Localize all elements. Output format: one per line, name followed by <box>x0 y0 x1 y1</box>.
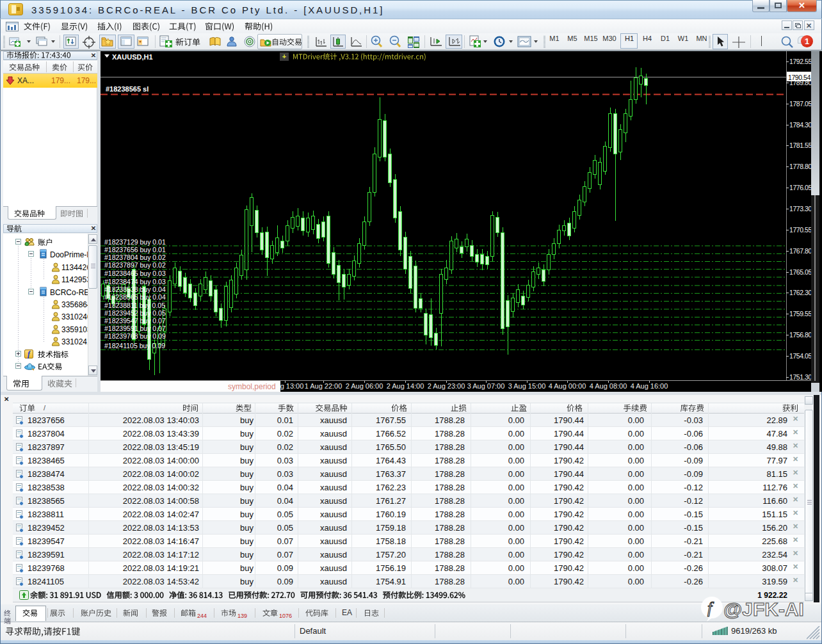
svg-text:#18238811 buy 0.05: #18238811 buy 0.05 <box>104 302 165 309</box>
svg-text:#18237804 buy 0.02: #18237804 buy 0.02 <box>104 254 166 261</box>
svg-text:#18237129 buy 0.01: #18237129 buy 0.01 <box>104 238 166 246</box>
svg-text:#18237656 buy 0.01: #18237656 buy 0.01 <box>104 246 166 254</box>
svg-text:#18239547 buy 0.07: #18239547 buy 0.07 <box>104 317 166 325</box>
svg-text:#18239452 buy 0.05: #18239452 buy 0.05 <box>104 309 166 317</box>
svg-text:@JFK-AI: @JFK-AI <box>723 599 804 620</box>
svg-text:#18239768 buy 0.09: #18239768 buy 0.09 <box>104 332 166 340</box>
svg-text:#18238565 buy 0.04: #18238565 buy 0.04 <box>104 293 166 301</box>
svg-text:#18238565 sl: #18238565 sl <box>106 85 149 93</box>
svg-text:#18241105 buy 0.09: #18241105 buy 0.09 <box>104 342 165 350</box>
svg-text:#18238465 buy 0.03: #18238465 buy 0.03 <box>104 270 166 277</box>
svg-text:#18237897 buy 0.02: #18237897 buy 0.02 <box>104 261 166 269</box>
svg-text:#18239591 buy 0.07: #18239591 buy 0.07 <box>104 325 166 332</box>
svg-text:#18238538 buy 0.04: #18238538 buy 0.04 <box>104 286 166 293</box>
svg-text:#18238474 buy 0.03: #18238474 buy 0.03 <box>104 278 166 286</box>
